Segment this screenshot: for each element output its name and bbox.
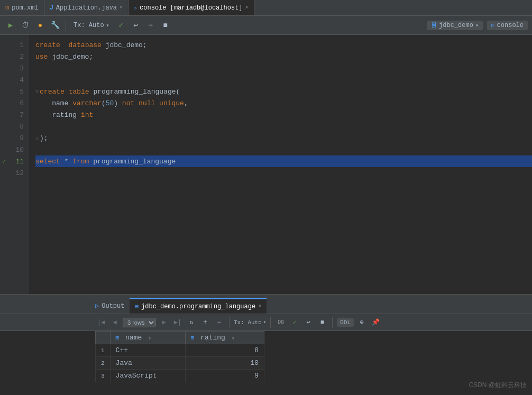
tx-dropdown-icon[interactable]: ▾: [106, 22, 109, 29]
console-selector[interactable]: ▷ console: [487, 21, 528, 30]
line-num-10: 10: [0, 144, 29, 155]
line-num-4: 4: [0, 74, 29, 86]
panel-divider: [0, 294, 532, 298]
line-num-7: 7: [0, 109, 29, 121]
row-num-header: [96, 332, 111, 344]
table-row[interactable]: 2Java10: [96, 357, 264, 370]
circle-button[interactable]: ●: [34, 19, 47, 32]
line-num-1: 1: [0, 39, 29, 51]
tab-pom[interactable]: m pom.xml: [0, 0, 44, 15]
schema-button[interactable]: ⊕: [356, 317, 368, 328]
rows-select[interactable]: 3 rows: [123, 318, 156, 327]
line-num-2: 2: [0, 51, 29, 62]
editor-toolbar: ▶ ⏱ ● 🔧 Tx: Auto ▾ ✓ ↩ ↪ ■ 🗄 jdbc_demo ▾…: [0, 16, 532, 35]
table-tab-close[interactable]: ×: [258, 304, 261, 309]
watermark: CSDN @虹科云科技: [469, 381, 527, 390]
results-table-wrap: ⊞ name ⇕ ⊞ rating ⇕ 1C++82Java103JavaScr…: [0, 331, 532, 382]
name-cell: Java: [110, 357, 185, 370]
first-page-button[interactable]: |◀: [95, 317, 107, 328]
rating-sort-icon[interactable]: ⇕: [232, 335, 235, 341]
line-num-9: 9: [0, 132, 29, 144]
ddl-button[interactable]: DDL: [337, 318, 354, 327]
table-row[interactable]: 1C++8: [96, 344, 264, 357]
tab-pom-label: pom.xml: [12, 4, 38, 12]
wrench-button[interactable]: 🔧: [49, 19, 61, 32]
line-num-6: 6: [0, 97, 29, 109]
table-tab[interactable]: ⊞ jdbc_demo.programming_language ×: [130, 298, 267, 314]
check-icon-11: ✓: [2, 158, 6, 165]
refresh-button[interactable]: ↻: [186, 317, 197, 328]
name-column-header[interactable]: ⊞ name ⇕: [110, 332, 185, 344]
tab-console-label: console [mariadb@localhost]: [140, 4, 242, 12]
line-num-3: 3: [0, 62, 29, 74]
bottom-tab-bar: ▷ Output ⊞ jdbc_demo.programming_languag…: [0, 298, 532, 314]
tab-application-close[interactable]: ×: [120, 5, 123, 11]
results-table: ⊞ name ⇕ ⊞ rating ⇕ 1C++82Java103JavaScr…: [95, 331, 264, 382]
toolbar-right: 🗄 jdbc_demo ▾ ▷ console: [427, 21, 528, 30]
clock-button[interactable]: ⏱: [19, 19, 32, 32]
rating-cell: 10: [185, 357, 264, 370]
code-line-6: name varchar ( 50 ) not null unique ,: [35, 97, 532, 109]
run-button[interactable]: ▶: [4, 19, 17, 32]
redo-button[interactable]: ↪: [144, 19, 157, 32]
stop-button[interactable]: ■: [159, 19, 172, 32]
console-tab-icon: ▷: [134, 5, 137, 11]
name-cell: C++: [110, 344, 185, 357]
code-line-12: [35, 167, 532, 179]
code-line-4: [35, 74, 532, 86]
separator-3: [270, 317, 271, 328]
code-line-7: rating int: [35, 109, 532, 121]
next-page-button[interactable]: ▶: [158, 317, 170, 328]
tab-bar: m pom.xml J Application.java × ▷ console…: [0, 0, 532, 16]
tab-console-close[interactable]: ×: [245, 5, 249, 11]
last-page-button[interactable]: ▶|: [172, 317, 184, 328]
output-tab[interactable]: ▷ Output: [90, 298, 130, 314]
pin-button[interactable]: 📌: [370, 317, 381, 328]
add-row-button[interactable]: +: [199, 317, 211, 328]
name-sort-icon[interactable]: ⇕: [148, 335, 151, 341]
name-cell: JavaScript: [110, 370, 185, 382]
line-numbers: 1 2 3 4 5 6 7 8 9 10 ✓ 11 12: [0, 35, 29, 294]
tab-console[interactable]: ▷ console [mariadb@localhost] ×: [129, 0, 254, 15]
line-num-12: 12: [0, 167, 29, 179]
rollback-button[interactable]: ↩: [302, 317, 314, 328]
line-num-11: ✓ 11: [0, 155, 29, 167]
code-line-2: use jdbc_demo;: [35, 51, 532, 62]
table-tab-icon: ⊞: [135, 303, 139, 310]
db-selector[interactable]: 🗄 jdbc_demo ▾: [427, 21, 483, 30]
tx-dropdown-sm-icon[interactable]: ▾: [263, 319, 266, 325]
editor-area: 1 2 3 4 5 6 7 8 9 10 ✓ 11 12 create data…: [0, 35, 532, 294]
fold-icon-5[interactable]: ▽: [35, 88, 39, 95]
fold-icon-9[interactable]: △: [35, 135, 39, 141]
table-row[interactable]: 3JavaScript9: [96, 370, 264, 382]
table-tab-label: jdbc_demo.programming_language: [141, 303, 255, 310]
stop-result-button[interactable]: ■: [316, 317, 328, 328]
tab-application[interactable]: J Application.java ×: [44, 0, 129, 15]
code-line-3: [35, 62, 532, 74]
editor-content[interactable]: create database jdbc_demo; use jdbc_demo…: [29, 35, 532, 294]
tab-application-label: Application.java: [56, 4, 117, 12]
line-num-5: 5: [0, 86, 29, 97]
prev-page-button[interactable]: ◀: [109, 317, 121, 328]
console-icon: ▷: [491, 22, 495, 29]
rating-cell: 8: [185, 344, 264, 357]
rating-column-header[interactable]: ⊞ rating ⇕: [185, 332, 264, 344]
db-label: jdbc_demo: [439, 22, 473, 29]
db-check-button[interactable]: DB: [275, 317, 287, 328]
code-line-8: [35, 121, 532, 132]
undo-button[interactable]: ↩: [130, 19, 142, 32]
pom-icon: m: [5, 4, 9, 12]
db-icon: 🗄: [431, 22, 437, 29]
del-row-button[interactable]: −: [213, 317, 225, 328]
separator-1: [66, 20, 66, 31]
tx-auto-sm: Tx: Auto ▾: [234, 319, 266, 326]
tx-auto-label: Tx: Auto ▾: [70, 22, 113, 29]
separator-2: [229, 317, 230, 328]
code-line-11: select * from programming_language: [35, 155, 532, 167]
line-num-8: 8: [0, 121, 29, 132]
code-line-1: create database jdbc_demo;: [35, 39, 532, 51]
commit-button[interactable]: ✓: [289, 317, 300, 328]
db-dropdown-icon[interactable]: ▾: [475, 22, 479, 29]
check-button[interactable]: ✓: [115, 19, 127, 32]
name-col-icon: ⊞: [116, 335, 120, 341]
